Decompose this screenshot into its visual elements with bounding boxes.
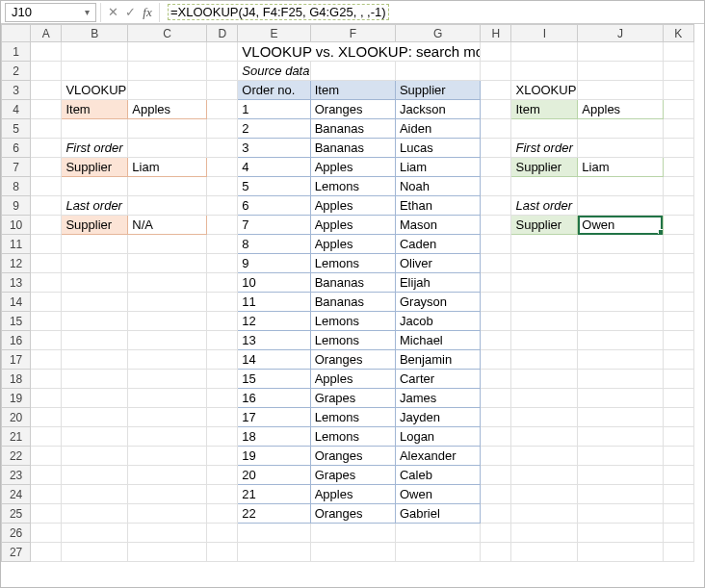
cell-B16[interactable]: [62, 331, 128, 350]
cell-D26[interactable]: [207, 524, 238, 543]
cell-B12[interactable]: [62, 254, 128, 273]
cell-K24[interactable]: [663, 485, 693, 504]
cell-C10[interactable]: N/A: [128, 216, 207, 235]
cell-H21[interactable]: [481, 427, 511, 447]
col-header-J[interactable]: J: [578, 25, 663, 42]
cell-B19[interactable]: [62, 389, 128, 408]
source-order[interactable]: 17: [238, 408, 310, 427]
cell-I18[interactable]: [511, 370, 578, 389]
row-header-4[interactable]: 4: [2, 100, 31, 119]
row-header-11[interactable]: 11: [2, 235, 31, 254]
cell-J27[interactable]: [578, 543, 663, 562]
source-supplier[interactable]: Grayson: [395, 293, 480, 312]
source-supplier[interactable]: Benjamin: [395, 350, 480, 370]
cell-A3[interactable]: [31, 81, 62, 100]
source-item[interactable]: Apples: [310, 216, 395, 235]
cell-K7[interactable]: [663, 158, 693, 177]
cell-I6[interactable]: First order: [511, 139, 578, 158]
cell-A8[interactable]: [31, 177, 62, 196]
cell-D11[interactable]: [207, 235, 238, 254]
cell-C12[interactable]: [128, 254, 207, 273]
cell-F26[interactable]: [310, 524, 395, 543]
source-order[interactable]: 3: [238, 139, 310, 158]
cell-C8[interactable]: [128, 177, 207, 196]
cell-C24[interactable]: [128, 485, 207, 504]
row-header-2[interactable]: 2: [2, 62, 31, 81]
col-header-D[interactable]: D: [207, 25, 238, 42]
cell-A27[interactable]: [31, 543, 62, 562]
row-header-9[interactable]: 9: [2, 196, 31, 216]
cell-B22[interactable]: [62, 447, 128, 466]
cell-B23[interactable]: [62, 466, 128, 485]
row-header-5[interactable]: 5: [2, 119, 31, 139]
cell-B25[interactable]: [62, 504, 128, 524]
cell-H20[interactable]: [481, 408, 511, 427]
cell-A7[interactable]: [31, 158, 62, 177]
row-header-14[interactable]: 14: [2, 293, 31, 312]
cell-B10[interactable]: Supplier: [62, 216, 128, 235]
cell-J23[interactable]: [578, 466, 663, 485]
cell-H9[interactable]: [481, 196, 511, 216]
source-supplier[interactable]: Carter: [395, 370, 480, 389]
cell-K13[interactable]: [663, 273, 693, 293]
source-item[interactable]: Apples: [310, 485, 395, 504]
cell-I2[interactable]: [511, 62, 578, 81]
source-order[interactable]: 2: [238, 119, 310, 139]
cell-B20[interactable]: [62, 408, 128, 427]
cell-A2[interactable]: [31, 62, 62, 81]
cell-H2[interactable]: [481, 62, 511, 81]
cell-A17[interactable]: [31, 350, 62, 370]
cell-B15[interactable]: [62, 312, 128, 331]
row-header-25[interactable]: 25: [2, 504, 31, 524]
cell-I19[interactable]: [511, 389, 578, 408]
fx-icon[interactable]: fx: [140, 5, 155, 20]
cell-D24[interactable]: [207, 485, 238, 504]
source-item[interactable]: Oranges: [310, 100, 395, 119]
cell-H14[interactable]: [481, 293, 511, 312]
cell-H1[interactable]: [481, 42, 511, 62]
source-order[interactable]: 16: [238, 389, 310, 408]
cell-K20[interactable]: [663, 408, 693, 427]
cell-K2[interactable]: [663, 62, 693, 81]
cell-J15[interactable]: [578, 312, 663, 331]
source-item[interactable]: Bananas: [310, 293, 395, 312]
source-supplier[interactable]: Elijah: [395, 273, 480, 293]
cell-C3[interactable]: [128, 81, 207, 100]
cell-D23[interactable]: [207, 466, 238, 485]
cell-G26[interactable]: [395, 524, 480, 543]
enter-icon[interactable]: ✓: [122, 5, 138, 19]
source-supplier[interactable]: Jayden: [395, 408, 480, 427]
source-supplier[interactable]: Jacob: [395, 312, 480, 331]
row-header-6[interactable]: 6: [2, 139, 31, 158]
source-order[interactable]: 14: [238, 350, 310, 370]
col-header-H[interactable]: H: [481, 25, 511, 42]
cell-C6[interactable]: [128, 139, 207, 158]
source-item[interactable]: Lemons: [310, 254, 395, 273]
source-order[interactable]: 12: [238, 312, 310, 331]
source-supplier[interactable]: Noah: [395, 177, 480, 196]
cell-D22[interactable]: [207, 447, 238, 466]
xlookup-heading[interactable]: XLOOKUP: [511, 81, 578, 100]
source-order[interactable]: 20: [238, 466, 310, 485]
cell-B9[interactable]: Last order: [62, 196, 128, 216]
cell-D14[interactable]: [207, 293, 238, 312]
source-order[interactable]: 10: [238, 273, 310, 293]
cell-B7[interactable]: Supplier: [62, 158, 128, 177]
cell-K27[interactable]: [663, 543, 693, 562]
cell-I9[interactable]: Last order: [511, 196, 578, 216]
cell-C27[interactable]: [128, 543, 207, 562]
cell-J13[interactable]: [578, 273, 663, 293]
cell-C2[interactable]: [128, 62, 207, 81]
cell-K5[interactable]: [663, 119, 693, 139]
source-supplier[interactable]: Lucas: [395, 139, 480, 158]
cell-D2[interactable]: [207, 62, 238, 81]
cell-H24[interactable]: [481, 485, 511, 504]
col-header-C[interactable]: C: [128, 25, 207, 42]
cell-J1[interactable]: [578, 42, 663, 62]
cell-C18[interactable]: [128, 370, 207, 389]
cell-C7[interactable]: Liam: [128, 158, 207, 177]
cell-K19[interactable]: [663, 389, 693, 408]
cell-I21[interactable]: [511, 427, 578, 447]
cell-B1[interactable]: [62, 42, 128, 62]
cell-I13[interactable]: [511, 273, 578, 293]
